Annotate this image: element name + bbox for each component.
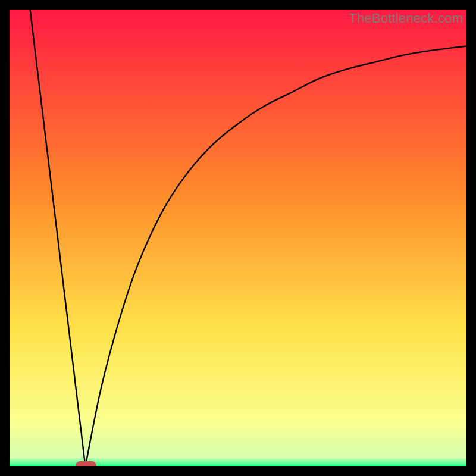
bottleneck-chart: [10, 10, 466, 466]
heat-gradient-bg: [10, 10, 466, 466]
chart-frame: TheBottleneck.com: [10, 10, 466, 466]
watermark-text: TheBottleneck.com: [349, 11, 463, 26]
optimum-marker: [76, 461, 96, 466]
